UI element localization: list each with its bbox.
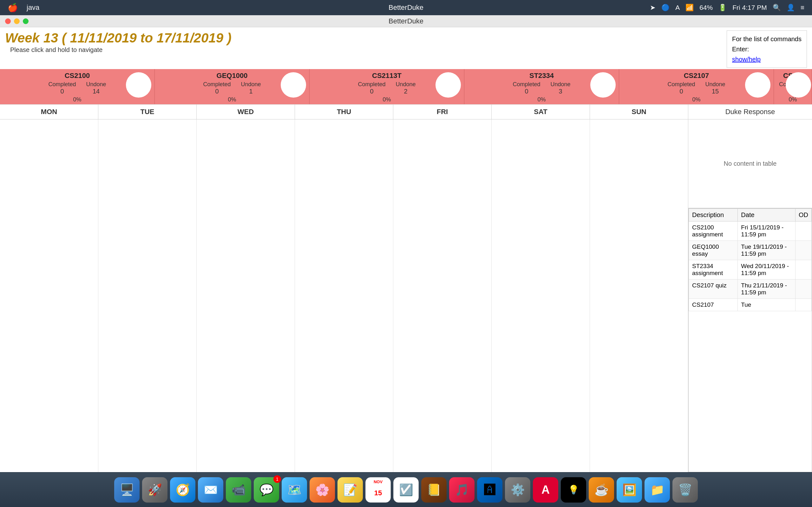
dock-appstore[interactable]: 🅰 [477,477,502,503]
table-row[interactable]: GEQ1000 essay Tue 19/11/2019 - 11:59 pm [689,241,812,260]
location-icon: ➤ [650,4,656,11]
st2334-progress-circle [590,72,616,98]
duke-response-body: No content in table [688,119,812,208]
day-header-thu: THU [295,105,393,119]
dock-messages[interactable]: 💬 [254,477,279,503]
title-bar: BetterDuke [0,15,812,27]
task-date: Tue 19/11/2019 - 11:59 pm [738,241,796,260]
dock-music[interactable]: 🎵 [449,477,474,503]
dock-maps[interactable]: 🗺️ [282,477,307,503]
tasks-table: Description Date OD CS2100 assignment Fr… [689,209,812,311]
dock-intellij[interactable]: 💡 [561,477,586,503]
user-icon[interactable]: 👤 [786,4,795,11]
menubar-right: ➤ 🔵 A 📶 64% 🔋 Fri 4:17 PM 🔍 👤 ≡ [650,4,804,11]
dock-launchpad[interactable]: 🚀 [142,477,167,503]
dock-imageviewer[interactable]: 🖼️ [617,477,642,503]
dock-trash[interactable]: 🗑️ [672,477,698,503]
day-column-tue[interactable] [98,119,197,472]
day-column-fri[interactable] [393,119,492,472]
col-date: Date [738,209,796,222]
menu-icon[interactable]: ≡ [801,4,804,11]
subject-name-cs2107: CS2107 [684,72,709,80]
completed-label-2: Completed [203,81,231,88]
app-header: Week 13 ( 11/11/2019 to 17/11/2019 ) Ple… [0,27,812,69]
dock-finder[interactable]: 🖥️ [114,477,140,503]
tasks-table-container[interactable]: Description Date OD CS2100 assignment Fr… [688,208,812,472]
completed-label-4: Completed [513,81,540,88]
completed-label-3: Completed [358,81,386,88]
header-left: Week 13 ( 11/11/2019 to 17/11/2019 ) Ple… [5,31,232,55]
battery-icon: 🔋 [718,4,727,11]
menubar-title: BetterDuke [389,3,423,12]
day-headers: MON TUE WED THU FRI SAT SUN [0,105,688,119]
subject-name-st2334: ST2334 [529,72,554,80]
geq1000-progress-circle [281,72,306,98]
subjects-row: CS2100 Completed 0 Undone 14 0% GEQ1000 … [0,69,812,105]
day-column-sat[interactable] [492,119,590,472]
dock-systemprefs[interactable]: ⚙️ [505,477,530,503]
dock-notes[interactable]: 📝 [338,477,363,503]
cs2100-pct: 0% [73,96,81,103]
undone-label: Undone [86,81,106,88]
subject-card-cs2-more[interactable]: CS2... Completed 0 0% [774,69,812,104]
help-link[interactable]: show/help [732,54,802,64]
dock: 🖥️ 🚀 🧭 ✉️ 📹 💬 🗺️ 🌸 📝 NOV 15 ☑️ 📒 🎵 🅰 ⚙️ … [0,472,812,507]
help-prompt: For the list of commands [732,34,802,44]
dock-files[interactable]: 📁 [645,477,670,503]
dock-facetime[interactable]: 📹 [226,477,251,503]
day-column-wed[interactable] [197,119,295,472]
undone-label-2: Undone [241,81,261,88]
dock-java[interactable]: ☕ [589,477,614,503]
apple-menu[interactable]: 🍎 [8,3,18,13]
subject-card-st2334[interactable]: ST2334 Completed 0 Undone 3 0% [464,69,619,104]
table-row[interactable]: CS2107 Tue [689,299,812,311]
subject-stats-cs2100: Completed 0 Undone 14 [48,81,106,95]
dock-safari[interactable]: 🧭 [170,477,195,503]
task-description: CS2107 [689,299,738,311]
subject-card-cs2113t[interactable]: CS2113T Completed 0 Undone 2 0% [310,69,464,104]
close-button[interactable] [5,18,11,24]
app-menu-java[interactable]: java [27,3,39,12]
task-od [795,222,811,241]
dock-mail[interactable]: ✉️ [198,477,223,503]
subject-stats-cs2107: Completed 0 Undone 15 [667,81,725,95]
cs2107-progress-circle [745,72,770,98]
subject-card-geq1000[interactable]: GEQ1000 Completed 0 Undone 1 0% [155,69,310,104]
day-column-thu[interactable] [295,119,393,472]
dock-coppice[interactable]: 📒 [421,477,447,503]
search-icon[interactable]: 🔍 [773,4,781,11]
subject-card-cs2100[interactable]: CS2100 Completed 0 Undone 14 0% [0,69,155,104]
task-od [795,279,811,299]
table-row[interactable]: CS2107 quiz Thu 21/11/2019 - 11:59 pm [689,279,812,299]
st2334-completed: 0 [525,88,528,95]
completed-label-5: Completed [667,81,695,88]
day-header-sat: SAT [492,105,590,119]
right-panel: Duke Response No content in table Descri… [688,105,812,472]
day-column-mon[interactable] [0,119,98,472]
table-row[interactable]: ST2334 assignment Wed 20/11/2019 - 11:59… [689,260,812,279]
cs2113t-progress-circle [436,72,461,98]
dock-calendar[interactable]: NOV 15 [365,477,391,503]
dock-angular[interactable]: A [533,477,558,503]
day-header-sun: SUN [590,105,688,119]
clock: Fri 4:17 PM [732,4,767,11]
table-row[interactable]: CS2100 assignment Fri 15/11/2019 - 11:59… [689,222,812,241]
bluetooth-icon: 🔵 [661,4,670,11]
more-progress-circle [786,72,811,98]
menubar: 🍎 java BetterDuke ➤ 🔵 A 📶 64% 🔋 Fri 4:17… [0,0,812,15]
dock-photos[interactable]: 🌸 [310,477,335,503]
task-description: ST2334 assignment [689,260,738,279]
app-window: BetterDuke Week 13 ( 11/11/2019 to 17/11… [0,15,812,472]
dock-reminders[interactable]: ☑️ [393,477,419,503]
geq1000-undone: 1 [249,88,252,95]
minimize-button[interactable] [14,18,20,24]
day-column-sun[interactable] [590,119,688,472]
task-od [795,260,811,279]
undone-label-5: Undone [705,81,725,88]
col-od: OD [795,209,811,222]
wifi-icon: 📶 [686,4,694,11]
menubar-left: 🍎 java [8,3,39,13]
fullscreen-button[interactable] [23,18,29,24]
cs2100-progress-circle [126,72,151,98]
subject-card-cs2107[interactable]: CS2107 Completed 0 Undone 15 0% [619,69,774,104]
